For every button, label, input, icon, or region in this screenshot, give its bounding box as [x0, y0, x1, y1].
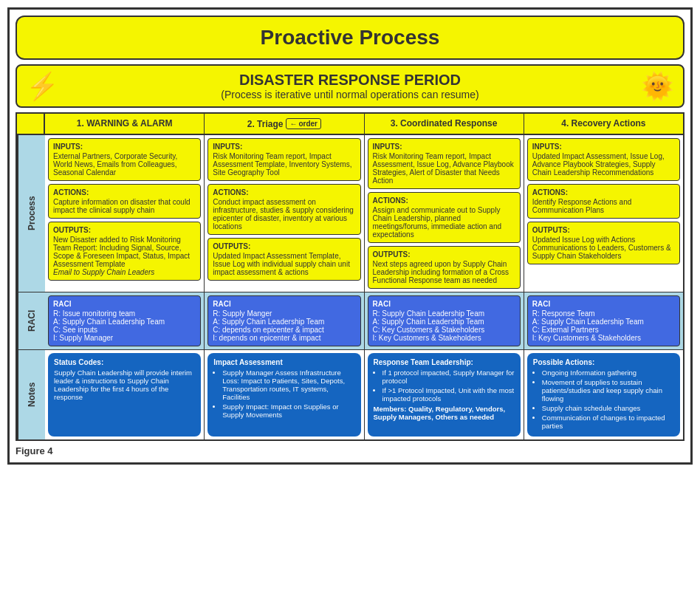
process-col1-outputs: OUTPUTS: New Disaster added to Risk Moni…	[48, 222, 201, 281]
title-bar: Proactive Process	[16, 16, 684, 60]
main-grid: 1. WARNING & ALARM 2. Triage ← order 3. …	[16, 112, 684, 441]
process-col4-outputs: OUTPUTS: Updated Issue Log with Actions …	[527, 222, 680, 264]
notes-col3: Response Team Leadership: If 1 protocol …	[365, 350, 524, 439]
process-col3-inputs: INPUTS: Risk Monitoring Team report, Imp…	[368, 138, 521, 189]
figure-label: Figure 4	[16, 445, 684, 456]
raci-col3: RACI R: Supply Chain Leadership Team A: …	[365, 292, 524, 349]
notes-col4-card: Possible Actions: Ongoing Information ga…	[527, 353, 680, 437]
process-col3-outputs: OUTPUTS: Next steps agreed upon by Suppl…	[368, 246, 521, 289]
process-col1-actions: ACTIONS: Capture information on disaster…	[48, 184, 201, 219]
sun-icon: 🌞	[641, 71, 674, 102]
notes-col2-card: Impact Assessment Supply Manager Assess …	[207, 353, 360, 437]
notes-section: Notes Status Codes: Supply Chain Leaders…	[17, 350, 683, 439]
notes-col4-bullet-3: Supply chain schedule changes	[542, 404, 674, 412]
notes-col1-card: Status Codes: Supply Chain Leadership wi…	[48, 353, 201, 437]
process-col4-actions: ACTIONS: Identify Response Actions and C…	[527, 184, 680, 219]
main-title: Proactive Process	[261, 26, 440, 49]
notes-col3-bullet-2: If >1 Protocol Impacted, Unit with the m…	[382, 386, 515, 403]
col-header-4: 4. Recovery Actions	[524, 114, 683, 134]
process-col2-inputs: INPUTS: Risk Monitoring Team report, Imp…	[207, 138, 360, 181]
disaster-header-text: DISASTER RESPONSE PERIOD (Process is ite…	[221, 72, 478, 100]
process-col2: INPUTS: Risk Monitoring Team report, Imp…	[205, 135, 364, 292]
disaster-line1: DISASTER RESPONSE PERIOD	[221, 72, 478, 89]
process-col4-inputs: INPUTS: Updated Impact Assessment, Issue…	[527, 138, 680, 181]
column-headers: 1. WARNING & ALARM 2. Triage ← order 3. …	[17, 114, 683, 135]
raci-col3-card: RACI R: Supply Chain Leadership Team A: …	[368, 295, 521, 346]
notes-col4-list: Ongoing Information gathering Movement o…	[533, 369, 674, 430]
raci-col4: RACI R: Response Team A: Supply Chain Le…	[524, 292, 683, 349]
col-header-2: 2. Triage ← order	[205, 114, 364, 134]
process-col1: INPUTS: External Partners, Corporate Sec…	[45, 135, 205, 292]
notes-col3-members: Members: Quality, Regulatory, Vendors, S…	[374, 405, 515, 421]
notes-col2-bullet-1: Supply Manager Assess Infrastructure Los…	[222, 369, 354, 401]
notes-col3-bullet-1: If 1 protocol impacted, Supply Manager f…	[382, 369, 515, 385]
order-arrow: ← order	[286, 118, 321, 129]
notes-col3-card: Response Team Leadership: If 1 protocol …	[368, 353, 521, 437]
raci-row-label: RACI	[17, 292, 45, 349]
triage-header: 2. Triage ← order	[207, 118, 360, 129]
raci-col2-card: RACI R: Supply Manger A: Supply Chain Le…	[207, 295, 360, 346]
notes-col2-list: Supply Manager Assess Infrastructure Los…	[213, 369, 354, 419]
raci-section: RACI RACI R: Issue monitoring team A: Su…	[17, 292, 683, 350]
notes-col3-list: If 1 protocol impacted, Supply Manager f…	[374, 369, 515, 403]
notes-row-label: Notes	[17, 350, 45, 439]
header-spacer	[17, 114, 45, 134]
outer-container: Proactive Process ⚡ DISASTER RESPONSE PE…	[7, 7, 693, 465]
process-col3-actions: ACTIONS: Assign and communicate out to S…	[368, 192, 521, 243]
notes-col2-bullet-2: Supply Impact: Impact on Supplies or Sup…	[222, 403, 354, 419]
raci-col2: RACI R: Supply Manger A: Supply Chain Le…	[205, 292, 364, 349]
disaster-header: ⚡ DISASTER RESPONSE PERIOD (Process is i…	[16, 64, 684, 108]
raci-col4-card: RACI R: Response Team A: Supply Chain Le…	[527, 295, 680, 346]
notes-col4: Possible Actions: Ongoing Information ga…	[524, 350, 683, 439]
process-cols: INPUTS: External Partners, Corporate Sec…	[45, 135, 683, 292]
process-col3: INPUTS: Risk Monitoring Team report, Imp…	[365, 135, 524, 292]
col-header-3: 3. Coordinated Response	[365, 114, 524, 134]
process-col2-outputs: OUTPUTS: Updated Impact Assessment Templ…	[207, 238, 360, 281]
process-col2-actions: ACTIONS: Conduct impact assessment on in…	[207, 184, 360, 235]
process-row-label: Process	[17, 135, 45, 292]
raci-cols: RACI R: Issue monitoring team A: Supply …	[45, 292, 683, 349]
process-col1-inputs: INPUTS: External Partners, Corporate Sec…	[48, 138, 201, 181]
process-section: Process INPUTS: External Partners, Corpo…	[17, 135, 683, 292]
notes-col2: Impact Assessment Supply Manager Assess …	[205, 350, 364, 439]
raci-col1: RACI R: Issue monitoring team A: Supply …	[45, 292, 205, 349]
raci-col1-card: RACI R: Issue monitoring team A: Supply …	[48, 295, 201, 346]
notes-col4-bullet-4: Communication of changes to impacted par…	[542, 414, 674, 430]
notes-cols: Status Codes: Supply Chain Leadership wi…	[45, 350, 683, 439]
notes-col4-bullet-1: Ongoing Information gathering	[542, 369, 674, 377]
lightning-icon: ⚡	[26, 71, 59, 102]
notes-col1: Status Codes: Supply Chain Leadership wi…	[45, 350, 205, 439]
process-col4: INPUTS: Updated Impact Assessment, Issue…	[524, 135, 683, 292]
col-header-1: 1. WARNING & ALARM	[45, 114, 205, 134]
notes-col4-bullet-2: Movement of supplies to sustain patients…	[542, 378, 674, 403]
disaster-line2: (Process is iterative until normal opera…	[221, 89, 478, 100]
